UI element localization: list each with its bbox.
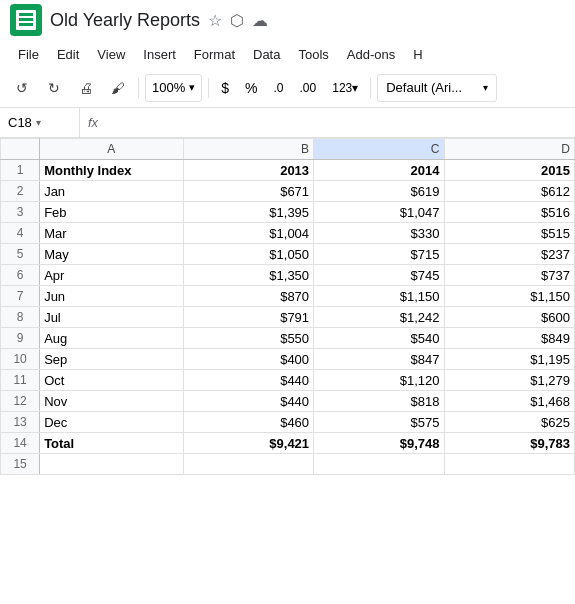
menu-format[interactable]: Format [186,44,243,65]
cell-b-10[interactable]: $400 [183,349,313,370]
cell-c-13[interactable]: $575 [314,412,444,433]
menu-more[interactable]: H [405,44,430,65]
cell-d-7[interactable]: $1,150 [444,286,574,307]
cell-b-7[interactable]: $870 [183,286,313,307]
star-icon[interactable]: ☆ [208,11,222,30]
zoom-control[interactable]: 100% ▾ [145,74,202,102]
redo-button[interactable]: ↻ [40,74,68,102]
decimal-increase-button[interactable]: .00 [294,79,323,97]
font-selector[interactable]: Default (Ari... ▾ [377,74,497,102]
cell-b-12[interactable]: $440 [183,391,313,412]
cell-c-3[interactable]: $1,047 [314,202,444,223]
cell-b-13[interactable]: $460 [183,412,313,433]
print-button[interactable]: 🖨 [72,74,100,102]
cell-a-8[interactable]: Jul [40,307,184,328]
row-number: 4 [1,223,40,244]
cell-a-14[interactable]: Total [40,433,184,454]
cell-b-15[interactable] [183,454,313,475]
cell-a-15[interactable] [40,454,184,475]
cell-c-8[interactable]: $1,242 [314,307,444,328]
cloud-icon[interactable]: ☁ [252,11,268,30]
cell-b-3[interactable]: $1,395 [183,202,313,223]
cell-c-9[interactable]: $540 [314,328,444,349]
cell-b-2[interactable]: $671 [183,181,313,202]
currency-button[interactable]: $ [215,78,235,98]
menu-data[interactable]: Data [245,44,288,65]
cell-reference-box[interactable]: C18 ▾ [0,108,80,137]
cell-d-13[interactable]: $625 [444,412,574,433]
cell-b-4[interactable]: $1,004 [183,223,313,244]
menu-edit[interactable]: Edit [49,44,87,65]
cell-d-15[interactable] [444,454,574,475]
menu-view[interactable]: View [89,44,133,65]
formula-bar: C18 ▾ fx [0,108,575,138]
cell-d-11[interactable]: $1,279 [444,370,574,391]
menu-bar: File Edit View Insert Format Data Tools … [0,40,575,68]
cell-d-3[interactable]: $516 [444,202,574,223]
cell-b-8[interactable]: $791 [183,307,313,328]
cell-b-11[interactable]: $440 [183,370,313,391]
cell-c-14[interactable]: $9,748 [314,433,444,454]
cell-a-1[interactable]: Monthly Index [40,160,184,181]
col-header-c[interactable]: C [314,139,444,160]
col-header-a[interactable]: A [40,139,184,160]
cell-a-4[interactable]: Mar [40,223,184,244]
cell-d-12[interactable]: $1,468 [444,391,574,412]
row-number: 1 [1,160,40,181]
cell-a-2[interactable]: Jan [40,181,184,202]
cell-a-6[interactable]: Apr [40,265,184,286]
cell-d-6[interactable]: $737 [444,265,574,286]
cell-d-8[interactable]: $600 [444,307,574,328]
cell-a-3[interactable]: Feb [40,202,184,223]
table-row: 11Oct$440$1,120$1,279 [1,370,575,391]
row-number: 13 [1,412,40,433]
cell-c-11[interactable]: $1,120 [314,370,444,391]
cell-c-15[interactable] [314,454,444,475]
menu-tools[interactable]: Tools [290,44,336,65]
menu-file[interactable]: File [10,44,47,65]
cell-c-10[interactable]: $847 [314,349,444,370]
cell-d-9[interactable]: $849 [444,328,574,349]
cell-a-9[interactable]: Aug [40,328,184,349]
cell-c-6[interactable]: $745 [314,265,444,286]
cell-c-2[interactable]: $619 [314,181,444,202]
cell-d-2[interactable]: $612 [444,181,574,202]
cell-c-4[interactable]: $330 [314,223,444,244]
cell-a-13[interactable]: Dec [40,412,184,433]
cell-c-5[interactable]: $715 [314,244,444,265]
percent-button[interactable]: % [239,78,263,98]
cell-a-7[interactable]: Jun [40,286,184,307]
table-row: 4Mar$1,004$330$515 [1,223,575,244]
cell-d-10[interactable]: $1,195 [444,349,574,370]
cell-a-12[interactable]: Nov [40,391,184,412]
cell-b-6[interactable]: $1,350 [183,265,313,286]
cell-a-10[interactable]: Sep [40,349,184,370]
menu-addons[interactable]: Add-ons [339,44,403,65]
cell-b-5[interactable]: $1,050 [183,244,313,265]
cell-b-14[interactable]: $9,421 [183,433,313,454]
menu-insert[interactable]: Insert [135,44,184,65]
title-bar: Old Yearly Reports ☆ ⬡ ☁ [0,0,575,40]
cell-b-1[interactable]: 2013 [183,160,313,181]
col-header-b[interactable]: B [183,139,313,160]
col-header-d[interactable]: D [444,139,574,160]
cell-d-14[interactable]: $9,783 [444,433,574,454]
undo-button[interactable]: ↺ [8,74,36,102]
cell-d-4[interactable]: $515 [444,223,574,244]
decimal-decrease-button[interactable]: .0 [268,79,290,97]
drive-icon[interactable]: ⬡ [230,11,244,30]
fx-label: fx [80,115,106,130]
paint-format-button[interactable]: 🖌 [104,74,132,102]
cell-c-7[interactable]: $1,150 [314,286,444,307]
cell-ref-dropdown-icon[interactable]: ▾ [36,117,41,128]
row-number: 8 [1,307,40,328]
cell-a-5[interactable]: May [40,244,184,265]
cell-b-9[interactable]: $550 [183,328,313,349]
cell-c-12[interactable]: $818 [314,391,444,412]
number-format-button[interactable]: 123▾ [326,79,364,97]
cell-d-1[interactable]: 2015 [444,160,574,181]
cell-d-5[interactable]: $237 [444,244,574,265]
cell-a-11[interactable]: Oct [40,370,184,391]
row-number: 2 [1,181,40,202]
cell-c-1[interactable]: 2014 [314,160,444,181]
